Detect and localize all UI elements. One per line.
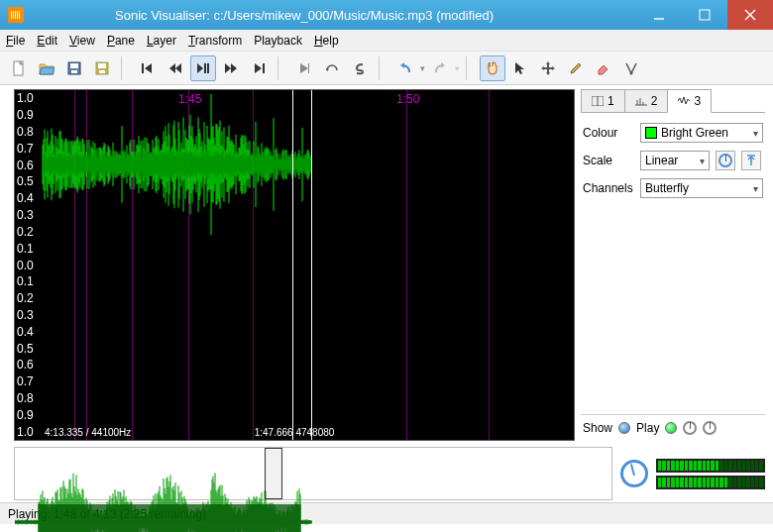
properties-panel: 1 2 3 Colour Bright Green Scale Linear C… <box>575 85 773 441</box>
level-meters <box>656 459 765 489</box>
ffwd-end-button[interactable] <box>246 55 272 81</box>
time-marker-2: 1:50 <box>396 92 419 106</box>
menu-pane[interactable]: Pane <box>107 34 135 48</box>
show-label: Show <box>583 421 612 435</box>
svg-rect-15 <box>308 63 309 73</box>
undo-button[interactable] <box>392 55 418 81</box>
measure-tool-button[interactable] <box>618 55 644 81</box>
layer-tab-3[interactable]: 3 <box>667 89 712 113</box>
channels-combo[interactable]: Butterfly <box>640 178 763 198</box>
svg-rect-9 <box>98 63 106 68</box>
show-toggle[interactable] <box>618 422 630 434</box>
svg-rect-1 <box>700 10 710 20</box>
ffwd-button[interactable] <box>218 55 244 81</box>
svg-line-17 <box>626 63 631 73</box>
svg-rect-10 <box>99 70 105 73</box>
play-pause-button[interactable] <box>190 55 216 81</box>
overview-window[interactable] <box>265 448 282 499</box>
normalize-button[interactable] <box>741 151 761 170</box>
play-loop-button[interactable] <box>319 55 345 81</box>
level-meter-right <box>656 476 765 489</box>
layer-tab-1[interactable]: 1 <box>581 89 625 112</box>
scale-combo[interactable]: Linear <box>640 151 710 170</box>
level-meter-left <box>656 459 765 473</box>
erase-tool-button[interactable] <box>591 55 616 81</box>
scale-label: Scale <box>583 154 634 167</box>
move-tool-button[interactable] <box>535 55 561 81</box>
gain-dial[interactable] <box>703 421 717 435</box>
svg-rect-14 <box>263 63 265 73</box>
menu-transform[interactable]: Transform <box>188 34 242 48</box>
close-button[interactable] <box>727 0 773 30</box>
menu-view[interactable]: View <box>69 34 95 48</box>
navigate-tool-button[interactable] <box>480 55 505 81</box>
wave-info-left: 4:13.335 / 44100Hz <box>45 427 131 438</box>
wave-info-center: 1:47.666 4748080 <box>255 427 335 438</box>
save-as-button[interactable] <box>89 55 115 81</box>
redo-button[interactable] <box>427 55 453 81</box>
titlebar: Sonic Visualiser: c:/Users/mikew_000/Mus… <box>0 0 773 30</box>
svg-rect-13 <box>207 63 209 73</box>
svg-rect-11 <box>142 63 144 73</box>
overview-pane[interactable] <box>14 447 612 500</box>
pan-dial[interactable] <box>683 421 697 435</box>
svg-rect-7 <box>71 70 77 73</box>
maximize-button[interactable] <box>682 0 727 30</box>
save-button[interactable] <box>61 55 87 81</box>
rewind-start-button[interactable] <box>135 55 161 81</box>
minimize-button[interactable] <box>636 0 682 30</box>
new-button[interactable] <box>6 55 32 81</box>
colour-label: Colour <box>583 126 634 140</box>
gain-dial-button[interactable] <box>716 151 735 170</box>
svg-line-18 <box>631 63 636 73</box>
menubar: File Edit View Pane Layer Transform Play… <box>0 30 773 52</box>
select-tool-button[interactable] <box>507 55 533 81</box>
play-selection-button[interactable] <box>291 55 317 81</box>
svg-rect-6 <box>70 63 78 68</box>
colour-swatch-icon <box>645 127 657 139</box>
waveform-canvas <box>15 90 312 239</box>
open-button[interactable] <box>34 55 59 81</box>
play-label: Play <box>636 421 659 435</box>
play-solo-button[interactable] <box>347 55 373 81</box>
channels-label: Channels <box>583 181 634 195</box>
window-title: Sonic Visualiser: c:/Users/mikew_000/Mus… <box>0 8 636 23</box>
edit-tool-button[interactable] <box>563 55 589 81</box>
toolbar: ▾ ▾ <box>0 52 773 85</box>
playback-speed-dial[interactable] <box>620 460 648 487</box>
app-icon <box>8 7 24 23</box>
menu-file[interactable]: File <box>6 34 25 48</box>
menu-layer[interactable]: Layer <box>147 34 176 48</box>
play-toggle[interactable] <box>665 422 677 434</box>
colour-combo[interactable]: Bright Green <box>640 123 763 143</box>
menu-edit[interactable]: Edit <box>37 34 57 48</box>
menu-help[interactable]: Help <box>314 34 339 48</box>
layer-tab-2[interactable]: 2 <box>624 89 669 112</box>
menu-playback[interactable]: Playback <box>254 34 302 48</box>
rewind-button[interactable] <box>163 55 188 81</box>
waveform-pane[interactable]: 1.00.90.80.70.60.50.40.30.20.10.00.10.20… <box>14 89 575 441</box>
svg-rect-12 <box>204 63 206 73</box>
